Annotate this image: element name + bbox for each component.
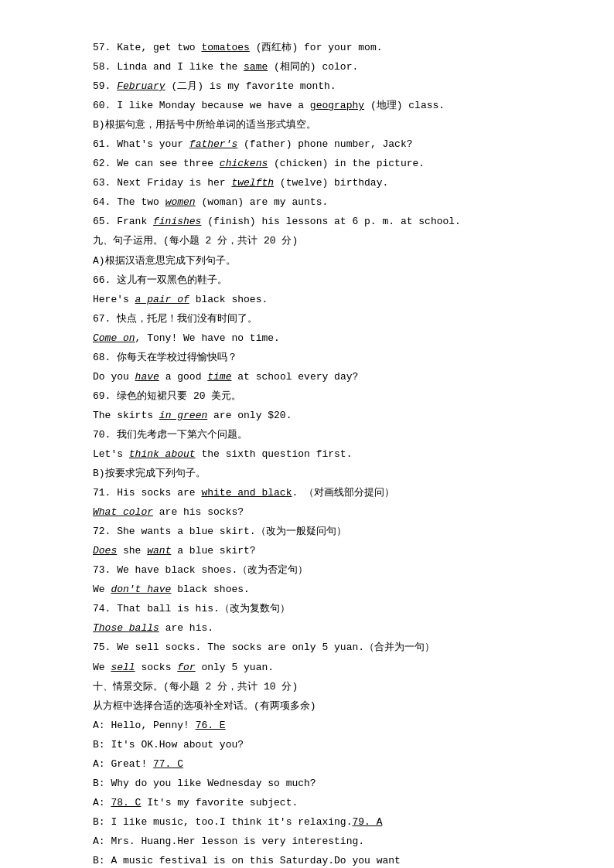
section10-instruction: 从方框中选择合适的选项补全对话。(有两项多余)	[93, 697, 552, 716]
qB-heading: B)根据句意，用括号中所给单词的适当形式填空。	[93, 116, 552, 134]
q78b-line: B: I like music, too.I think it's relaxi…	[93, 813, 552, 832]
q75-answer-line: We sell socks for only 5 yuan.	[93, 659, 552, 677]
section10-heading: 十、情景交际。(每小题 2 分，共计 10 分)	[93, 678, 552, 696]
q57-line: 57. Kate, get two tomatoes (西红柿) for you…	[93, 39, 552, 57]
page-content: 57. Kate, get two tomatoes (西红柿) for you…	[0, 0, 614, 868]
q61-line: 61. What's your father's (father) phone …	[93, 135, 552, 154]
q67-answer: Come on	[93, 332, 135, 344]
q69-chinese: 69. 绿色的短裙只要 20 美元。	[93, 387, 552, 406]
q60-line: 60. I like Monday because we have a geog…	[93, 97, 552, 115]
q65-line: 65. Frank finishes (finish) his lessons …	[93, 213, 552, 231]
q61-answer: father's	[189, 138, 237, 150]
q75-original: 75. We sell socks. The socks are only 5 …	[93, 638, 552, 657]
q67-english: Come on, Tony! We have no time.	[93, 329, 552, 348]
q74-original: 74. That ball is his.（改为复数句）	[93, 600, 552, 618]
q77-answer: 77. C	[153, 758, 183, 770]
q76b-line: B: It's OK.How about you?	[93, 736, 552, 754]
q71-answer-line: What color are his socks?	[93, 503, 552, 522]
q69-answer: in green	[159, 410, 207, 421]
q75-answer1: sell	[111, 662, 135, 673]
q57-answer: tomatoes	[201, 42, 249, 53]
q71-answer: What color	[93, 506, 153, 518]
q79b-line: B: A music festival is on this Saturday.…	[93, 852, 552, 868]
q74-answer-line: Those balls are his.	[93, 619, 552, 638]
q77b-line: B: Why do you like Wednesday so much?	[93, 774, 552, 793]
q70-english: Let's think about the sixth question fir…	[93, 445, 552, 464]
q72-original: 72. She wants a blue skirt.（改为一般疑问句）	[93, 523, 552, 541]
q71-original: 71. His socks are white and black. （对画线部…	[93, 484, 552, 502]
q62-line: 62. We can see three chickens (chicken) …	[93, 155, 552, 173]
q58-line: 58. Linda and I like the same (相同的) colo…	[93, 58, 552, 77]
q73-answer: don't have	[111, 584, 171, 595]
q58-answer: same	[244, 61, 268, 73]
q63-answer: twelfth	[231, 177, 274, 189]
q77a-line: A: Great! 77. C	[93, 755, 552, 774]
q76-answer: 76. E	[196, 720, 226, 731]
q68-english: Do you have a good time at school every …	[93, 368, 552, 386]
q66-english: Here's a pair of black shoes.	[93, 291, 552, 309]
q65-answer: finishes	[153, 216, 201, 227]
q73-answer-line: We don't have black shoes.	[93, 580, 552, 599]
q70-answer: think about	[129, 448, 196, 460]
q59-line: 59. February (二月) is my favorite month.	[93, 77, 552, 96]
q68-answer2: time	[207, 371, 231, 383]
sectionA-heading: A)根据汉语意思完成下列句子。	[93, 252, 552, 271]
q66-chinese: 66. 这儿有一双黑色的鞋子。	[93, 271, 552, 290]
q73-original: 73. We have black shoes.（改为否定句）	[93, 561, 552, 580]
q70-chinese: 70. 我们先考虑一下第六个问题。	[93, 426, 552, 444]
q64-answer: women	[165, 196, 196, 208]
q66-answer: a pair of	[135, 294, 189, 305]
section9-heading: 九、句子运用。(每小题 2 分，共计 20 分)	[93, 232, 552, 250]
q69-english: The skirts in green are only $20.	[93, 407, 552, 425]
q79a-line: A: Mrs. Huang.Her lesson is very interes…	[93, 832, 552, 851]
sectionB-heading: B)按要求完成下列句子。	[93, 465, 552, 483]
q60-answer: geography	[310, 100, 364, 111]
q72-answer2: want	[147, 545, 171, 557]
q76a-line: A: Hello, Penny! 76. E	[93, 717, 552, 735]
q75-answer2: for	[177, 662, 195, 673]
q71-underlined: white and black	[201, 487, 292, 499]
q72-answer-line: Does she want a blue skirt?	[93, 542, 552, 560]
q68-answer1: have	[135, 371, 159, 383]
q64-line: 64. The two women (woman) are my aunts.	[93, 193, 552, 212]
q79-answer: 79. A	[352, 816, 382, 828]
q72-answer1: Does	[93, 545, 117, 557]
q67-chinese: 67. 快点，托尼！我们没有时间了。	[93, 310, 552, 328]
q63-line: 63. Next Friday is her twelfth (twelve) …	[93, 174, 552, 192]
q78a-line: A: 78. C It's my favorite subject.	[93, 794, 552, 812]
q62-answer: chickens	[220, 158, 268, 169]
q59-answer: February	[117, 80, 165, 92]
q68-chinese: 68. 你每天在学校过得愉快吗？	[93, 349, 552, 367]
q74-answer: Those balls	[93, 622, 159, 634]
q78-answer: 78. C	[111, 797, 141, 808]
